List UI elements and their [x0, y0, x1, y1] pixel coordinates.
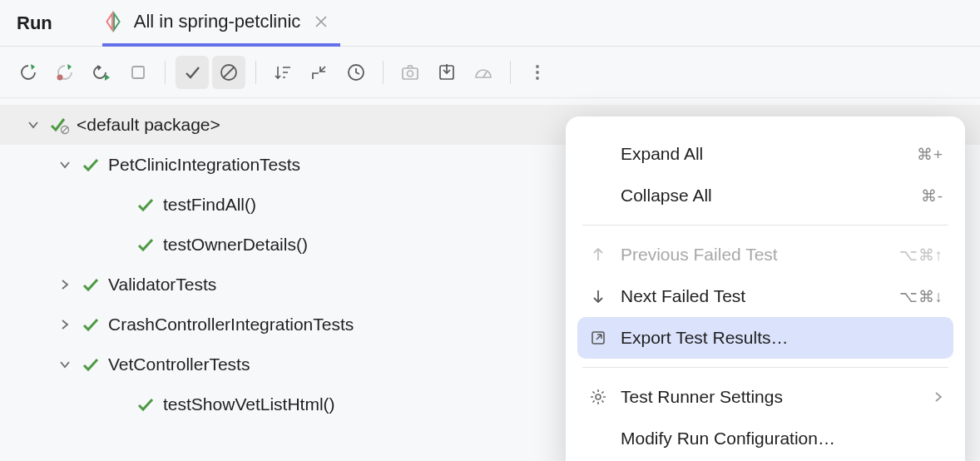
- menu-item-settings[interactable]: Test Runner Settings: [566, 376, 965, 418]
- tree-node-label: testFindAll(): [163, 195, 256, 215]
- test-passed-icon: [80, 314, 101, 335]
- export-icon: [587, 330, 609, 346]
- test-passed-icon: [80, 154, 101, 176]
- menu-item-modify-config[interactable]: Modify Run Configuration…: [566, 418, 965, 459]
- menu-separator: [582, 367, 948, 368]
- collapse-all-button[interactable]: [303, 56, 336, 89]
- run-toolbar: [0, 47, 980, 98]
- tool-window-header: Run All in spring-petclinic: [0, 0, 980, 47]
- menu-item-label: Previous Failed Test: [621, 245, 888, 265]
- tree-node-label: <default package>: [77, 115, 220, 135]
- toggle-auto-test-button[interactable]: [85, 56, 118, 89]
- tree-node-label: testShowVetListHtml(): [163, 394, 335, 414]
- tree-node-label: CrashControllerIntegrationTests: [108, 315, 354, 335]
- run-tool-label: Run: [17, 12, 52, 34]
- toolbar-separator: [383, 61, 384, 84]
- rerun-failed-button[interactable]: [48, 56, 82, 89]
- menu-shortcut: ⌘-: [921, 186, 943, 206]
- svg-point-8: [536, 71, 539, 74]
- tree-node-label: testOwnerDetails(): [163, 235, 308, 255]
- menu-item-label: Export Test Results…: [621, 328, 943, 348]
- import-tests-button[interactable]: [430, 56, 463, 89]
- chevron-down-icon: [57, 359, 73, 370]
- menu-item-label: Next Failed Test: [621, 286, 888, 306]
- menu-item-label: Expand All: [621, 144, 905, 164]
- tree-node-label: ValidatorTests: [108, 275, 216, 295]
- dashboard-button[interactable]: [467, 56, 500, 89]
- svg-point-0: [57, 74, 63, 80]
- menu-item-export[interactable]: Export Test Results…: [577, 317, 953, 359]
- menu-shortcut: ⌘+: [917, 145, 943, 164]
- svg-rect-1: [132, 67, 144, 78]
- arrow-up-icon: [587, 246, 609, 263]
- show-ignored-toggle[interactable]: [212, 56, 245, 89]
- gear-icon: [587, 388, 609, 406]
- run-tab-active[interactable]: All in spring-petclinic: [102, 0, 341, 47]
- tree-node-label: PetClinicIntegrationTests: [108, 155, 300, 175]
- svg-point-12: [596, 394, 601, 399]
- test-passed-icon: [135, 234, 156, 255]
- menu-item-next-failed[interactable]: Next Failed Test ⌥⌘↓: [566, 275, 965, 317]
- menu-separator: [582, 225, 948, 226]
- more-options-button[interactable]: [521, 56, 554, 89]
- svg-rect-4: [403, 68, 418, 79]
- sort-button[interactable]: [266, 56, 299, 89]
- show-passed-toggle[interactable]: [176, 56, 209, 89]
- menu-item-collapse-all[interactable]: Collapse All ⌘-: [566, 175, 965, 216]
- test-passed-icon: [135, 394, 156, 415]
- svg-point-9: [536, 77, 539, 80]
- toolbar-separator: [165, 61, 166, 84]
- test-passed-icon: [135, 194, 156, 216]
- menu-shortcut: ⌥⌘↓: [899, 287, 944, 306]
- menu-shortcut: ⌥⌘↑: [899, 245, 944, 265]
- tab-close-button[interactable]: [310, 11, 332, 32]
- tree-node-label: VetControllerTests: [108, 354, 250, 374]
- chevron-right-icon: [57, 319, 73, 330]
- svg-point-5: [408, 71, 413, 77]
- chevron-right-icon: [57, 279, 73, 290]
- menu-item-prev-failed: Previous Failed Test ⌥⌘↑: [566, 234, 965, 275]
- test-passed-badge-icon: [48, 114, 70, 136]
- menu-item-expand-all[interactable]: Expand All ⌘+: [566, 133, 965, 175]
- stop-button[interactable]: [121, 56, 155, 89]
- toolbar-separator: [510, 61, 511, 84]
- test-passed-icon: [80, 354, 101, 375]
- rerun-button[interactable]: [12, 56, 45, 89]
- arrow-down-icon: [587, 288, 609, 305]
- context-menu: Expand All ⌘+ Collapse All ⌘- Previous F…: [566, 116, 965, 461]
- svg-point-7: [536, 65, 539, 68]
- menu-item-label: Modify Run Configuration…: [621, 429, 943, 449]
- run-config-diff-icon: [102, 11, 124, 32]
- chevron-down-icon: [25, 119, 42, 131]
- test-passed-icon: [80, 274, 101, 295]
- toolbar-separator: [255, 61, 256, 84]
- chevron-down-icon: [57, 159, 73, 171]
- screenshot-button[interactable]: [393, 56, 427, 89]
- menu-item-label: Test Runner Settings: [621, 387, 922, 407]
- menu-item-label: Collapse All: [621, 186, 909, 206]
- history-button[interactable]: [339, 56, 373, 89]
- chevron-right-icon: [933, 392, 943, 402]
- tab-title: All in spring-petclinic: [134, 11, 301, 32]
